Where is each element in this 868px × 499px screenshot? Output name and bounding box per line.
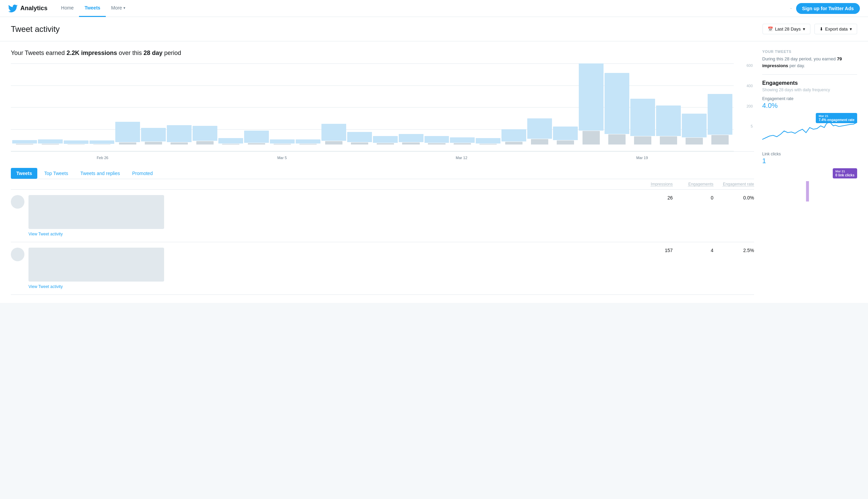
bar-blue [347, 132, 372, 142]
page-title: Tweet activity [11, 24, 60, 34]
dot-separator: · [790, 5, 792, 12]
avatar [11, 195, 24, 209]
bar-blue [296, 139, 320, 144]
brand-label: Analytics [20, 5, 48, 12]
brand: Analytics [8, 4, 48, 13]
tab-promoted[interactable]: Promoted [127, 168, 158, 179]
bar-chart: 600 400 200 5 [11, 63, 754, 151]
bar-group [321, 63, 346, 145]
bar-gray [248, 143, 265, 145]
calendar-icon: 📅 [768, 26, 773, 32]
view-tweet-activity[interactable]: View Tweet activity [28, 284, 628, 289]
bar-gray [660, 136, 677, 145]
bar-group [347, 63, 372, 145]
rate-value: 2.5% [714, 248, 754, 253]
last28days-button[interactable]: 📅 Last 28 Days ▾ [762, 24, 810, 34]
bar-group [38, 63, 63, 145]
tab-top-tweets[interactable]: Top Tweets [39, 168, 74, 179]
table-header: Impressions Engagements Engagement rate [11, 179, 754, 190]
tweet-tabs: Tweets Top Tweets Tweets and replies Pro… [11, 168, 754, 179]
twitter-bird-icon [8, 4, 17, 13]
rate-label: Engagement rate [762, 96, 857, 101]
tweet-content: View Tweet activity [28, 195, 628, 236]
bar-gray [428, 143, 445, 145]
bar-group [527, 63, 552, 145]
your-tweets-text: During this 28 day period, you earned 79… [762, 56, 857, 69]
bar-gray [42, 144, 59, 145]
export-button[interactable]: ⬇ Export data ▾ [815, 24, 857, 34]
col-engagements[interactable]: Engagements [673, 182, 714, 186]
chart-x-labels: Feb 26 Mar 5 Mar 12 Mar 19 [11, 154, 734, 160]
bar-group [450, 63, 475, 145]
nav-tweets[interactable]: Tweets [79, 0, 106, 17]
chevron-down-icon: ▾ [850, 26, 852, 32]
bar-group [553, 63, 578, 145]
bar-gray [222, 144, 239, 145]
engagement-tooltip: Mar 21 7.4% engagement rate [816, 113, 857, 123]
bar-group [476, 63, 500, 145]
link-clicks-chart: Mar 21 0 link clicks [762, 168, 857, 202]
bar-gray [711, 135, 729, 145]
bar-group [64, 63, 88, 145]
navbar: Analytics Home Tweets More ▾ · Sign up f… [0, 0, 868, 17]
bar-blue [89, 141, 114, 144]
bar-gray [171, 143, 188, 145]
bar-gray [274, 144, 291, 145]
bar-group [296, 63, 320, 145]
col-impressions[interactable]: Impressions [632, 182, 673, 186]
avatar [11, 248, 24, 261]
bar-group [270, 63, 295, 145]
bar-blue [682, 114, 707, 137]
rate-value: 4.0% [762, 102, 857, 110]
bar-blue [424, 136, 449, 143]
bar-group [89, 63, 114, 145]
bar-gray [299, 144, 317, 145]
bar-blue [64, 141, 88, 144]
bar-group [656, 63, 681, 145]
nav-home[interactable]: Home [55, 0, 79, 17]
bar-group [424, 63, 449, 145]
bar-blue [115, 122, 140, 142]
bar-blue [656, 106, 681, 136]
tweet-placeholder [28, 248, 164, 282]
page-header: Tweet activity 📅 Last 28 Days ▾ ⬇ Export… [0, 17, 868, 41]
bar-group [501, 63, 526, 145]
tweet-stats: 26 0 0.0% [632, 195, 754, 200]
bar-blue [12, 140, 37, 144]
svg-rect-1 [806, 181, 809, 202]
chevron-down-icon: ▾ [803, 26, 805, 32]
view-tweet-activity[interactable]: View Tweet activity [28, 232, 628, 236]
bar-blue [218, 138, 243, 144]
bar-blue [630, 99, 655, 136]
signup-button[interactable]: Sign up for Twitter Ads [796, 3, 860, 14]
tweet-row: View Tweet activity 157 4 2.5% [11, 242, 754, 295]
bar-group [141, 63, 166, 145]
bar-blue [605, 73, 629, 134]
nav-links: Home Tweets More ▾ [55, 0, 790, 17]
bar-blue [476, 138, 500, 144]
bar-blue [553, 126, 578, 140]
header-actions: 📅 Last 28 Days ▾ ⬇ Export data ▾ [762, 24, 857, 34]
main-content: Your Tweets earned 2.2K impressions over… [0, 41, 868, 303]
bar-group [12, 63, 37, 145]
bar-gray [119, 143, 136, 145]
bar-gray [351, 143, 368, 145]
tab-tweets[interactable]: Tweets [11, 168, 37, 179]
link-value: 1 [762, 157, 857, 165]
navbar-right: · Sign up for Twitter Ads [790, 3, 860, 14]
bar-blue [141, 128, 166, 142]
tweet-stats: 157 4 2.5% [632, 248, 754, 253]
tweet-content: View Tweet activity [28, 248, 628, 289]
bar-blue [399, 134, 423, 142]
nav-more[interactable]: More ▾ [106, 0, 131, 17]
tab-tweets-replies[interactable]: Tweets and replies [75, 168, 125, 179]
bar-blue [501, 129, 526, 142]
bar-group [193, 63, 217, 145]
bar-gray [505, 142, 522, 145]
bar-blue [321, 124, 346, 141]
grid-line [11, 151, 734, 151]
sidebar: YOUR TWEETS During this 28 day period, y… [762, 50, 857, 295]
bar-blue [270, 139, 295, 144]
col-engagement-rate[interactable]: Engagement rate [714, 182, 754, 186]
bar-blue [38, 139, 63, 144]
